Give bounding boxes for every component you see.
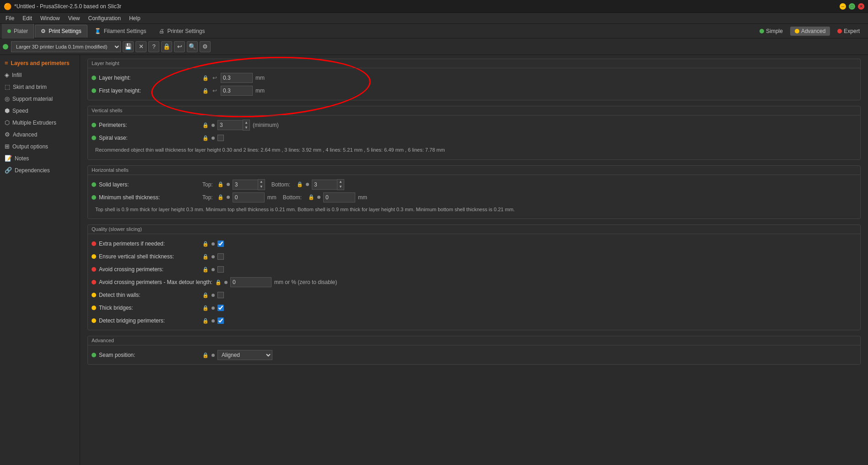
quality-section: Quality (slower slicing) Extra perimeter… [87,224,861,330]
seam-position-select[interactable]: Aligned Nearest Random [217,350,272,360]
thick-bridges-row: Thick bridges: 🔒 [92,301,857,314]
spiral-vase-lock[interactable]: 🔒 [202,135,209,141]
first-layer-height-reset[interactable]: ↩ [212,88,218,94]
thick-bridges-lock[interactable]: 🔒 [202,305,209,311]
solid-layers-top-input[interactable] [233,180,258,190]
ensure-vertical-checkbox[interactable] [217,253,224,260]
sidebar-item-infill[interactable]: ◈ Infill [1,69,79,81]
perimeters-down[interactable]: ▼ [243,125,250,130]
sidebar-item-support[interactable]: ◎ Support material [1,93,79,104]
tab-plater[interactable]: Plater [2,24,34,38]
extra-perimeters-lock[interactable]: 🔒 [202,241,209,247]
sidebar-item-advanced[interactable]: ⚙ Advanced [1,129,79,140]
detect-thin-walls-checkbox[interactable] [217,292,224,298]
tab-print-settings[interactable]: ⚙ Print Settings [35,25,87,38]
first-layer-height-lock[interactable]: 🔒 [202,88,209,94]
min-shell-bottom-lock[interactable]: 🔒 [308,194,315,200]
minimize-button[interactable]: ─ [840,3,846,10]
settings-button[interactable]: ⚙ [200,41,211,52]
app-icon: 🟠 [4,3,11,10]
lock-button[interactable]: 🔒 [161,41,172,52]
close-button[interactable]: ✕ [858,3,864,10]
min-shell-top-input[interactable] [233,192,265,202]
thick-bridges-checkbox[interactable] [217,305,224,311]
save-preset-button[interactable]: 💾 [123,41,134,52]
mode-expert[interactable]: Expert [833,27,864,36]
spiral-vase-checkbox[interactable] [217,135,224,141]
detect-bridging-lock[interactable]: 🔒 [202,318,209,324]
sidebar-item-notes[interactable]: 📝 Notes [1,153,79,164]
search-button[interactable]: 🔍 [187,41,198,52]
maximize-button[interactable]: □ [849,3,855,10]
title-bar-text: *Untitled - PrusaSlicer-2.5.0 based on S… [14,3,121,10]
detect-bridging-checkbox[interactable] [217,317,224,324]
help-button[interactable]: ? [148,41,159,52]
preset-dropdown[interactable]: Larger 3D printer Luda 0.1mm (modified) [11,41,121,52]
detect-bridging-dot [212,319,215,323]
spiral-vase-dot [212,137,215,140]
first-layer-height-input[interactable] [221,86,253,96]
menu-help[interactable]: Help [125,14,144,22]
filament-settings-icon: 🧵 [94,28,101,34]
menu-file[interactable]: File [2,14,18,22]
perimeters-input[interactable] [217,120,243,130]
mode-advanced[interactable]: Advanced [790,27,830,36]
sidebar-item-speed[interactable]: ⬢ Speed [1,105,79,116]
extra-perimeters-checkbox[interactable] [217,241,224,247]
ensure-vertical-row: Ensure vertical shell thickness: 🔒 [92,250,857,263]
layer-height-reset[interactable]: ↩ [212,75,218,81]
detect-thin-walls-lock[interactable]: 🔒 [202,292,209,298]
notes-icon: 📝 [5,155,12,162]
solid-layers-top-spinner: ▲ ▼ [233,179,265,190]
sidebar-item-layers[interactable]: ≡ Layers and perimeters [1,57,79,69]
tab-printer-settings[interactable]: 🖨 Printer Settings [153,25,211,38]
sidebar-item-extruders[interactable]: ⬡ Multiple Extruders [1,117,79,128]
min-shell-bottom-input[interactable] [323,192,355,202]
thick-bridges-label: Thick bridges: [99,305,200,311]
layer-height-input[interactable] [221,73,253,83]
advanced-section: Advanced Seam position: 🔒 Aligned Neares… [87,336,861,365]
preset-status-dot [3,44,8,49]
seam-position-lock[interactable]: 🔒 [202,352,209,358]
menu-window[interactable]: Window [37,14,64,22]
max-detour-input[interactable] [230,277,271,287]
menu-view[interactable]: View [65,14,84,22]
ensure-vertical-lock[interactable]: 🔒 [202,254,209,260]
perimeters-status [92,123,96,127]
title-bar: 🟠 *Untitled - PrusaSlicer-2.5.0 based on… [0,0,868,13]
sidebar-item-skirt[interactable]: ⬚ Skirt and brim [1,81,79,93]
perimeters-up[interactable]: ▲ [243,120,250,125]
menu-edit[interactable]: Edit [19,14,36,22]
sidebar-item-dependencies[interactable]: 🔗 Dependencies [1,164,79,176]
solid-layers-top-dot [227,183,230,186]
ensure-vertical-label: Ensure vertical shell thickness: [99,253,200,260]
solid-layers-bottom-down[interactable]: ▼ [337,185,344,190]
solid-layers-bottom-up[interactable]: ▲ [337,180,344,185]
solid-layers-top-up[interactable]: ▲ [258,180,265,185]
tab-filament-settings[interactable]: 🧵 Filament Settings [88,25,152,38]
menu-bar: File Edit Window View Configuration Help [0,13,868,24]
min-shell-top-lock[interactable]: 🔒 [217,194,224,200]
avoid-crossing-lock[interactable]: 🔒 [202,267,209,273]
max-detour-lock[interactable]: 🔒 [215,279,222,285]
solid-layers-top-lock[interactable]: 🔒 [217,181,224,187]
layer-height-lock[interactable]: 🔒 [202,75,209,81]
avoid-crossing-checkbox[interactable] [217,266,224,273]
perimeters-lock[interactable]: 🔒 [202,122,209,128]
solid-layers-bottom-input[interactable] [312,180,337,190]
sidebar-item-output[interactable]: ⊞ Output options [1,141,79,152]
ensure-vertical-dot [212,255,215,258]
delete-preset-button[interactable]: ✕ [136,41,146,52]
first-layer-height-status [92,88,96,93]
spiral-vase-label: Spiral vase: [99,135,200,141]
solid-layers-bottom-lock[interactable]: 🔒 [297,181,303,187]
solid-layers-top-down[interactable]: ▼ [258,185,265,190]
menu-configuration[interactable]: Configuration [85,14,125,22]
first-layer-height-unit: mm [255,88,265,94]
reset-button[interactable]: ↩ [174,41,185,52]
sidebar-support-label: Support material [12,96,53,102]
solid-layers-status [92,182,96,187]
min-shell-bottom-dot [317,196,320,199]
mode-advanced-label: Advanced [801,28,825,34]
mode-simple[interactable]: Simple [755,27,787,36]
